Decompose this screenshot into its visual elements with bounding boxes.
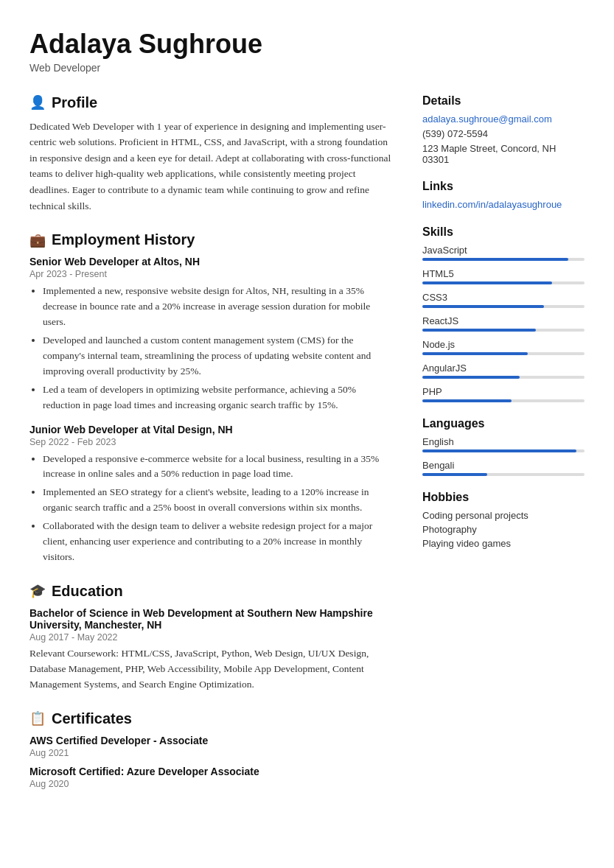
skill-css3: CSS3 <box>422 292 585 308</box>
skill-html5: HTML5 <box>422 268 585 284</box>
lang-bengali: Bengali <box>422 460 585 476</box>
edu-1-title: Bachelor of Science in Web Development a… <box>29 607 393 631</box>
lang-english: English <box>422 436 585 452</box>
education-section-title: 🎓 Education <box>29 583 393 600</box>
job-2: Junior Web Developer at Vital Design, NH… <box>29 424 393 565</box>
links-title: Links <box>422 180 585 193</box>
skill-reactjs: ReactJS <box>422 315 585 332</box>
skill-html5-bar-fill <box>422 281 552 284</box>
skill-nodejs-name: Node.js <box>422 339 585 350</box>
skill-php-name: PHP <box>422 386 585 397</box>
left-column: 👤 Profile Dedicated Web Developer with 1… <box>29 94 393 807</box>
edu-1-date: Aug 2017 - May 2022 <box>29 632 393 643</box>
candidate-name: Adalaya Sughroue <box>29 29 585 59</box>
employment-section-title: 💼 Employment History <box>29 231 393 248</box>
certificates-section: 📋 Certificates AWS Certified Developer -… <box>29 710 393 789</box>
job-1-title: Senior Web Developer at Altos, NH <box>29 256 393 267</box>
skill-nodejs: Node.js <box>422 339 585 355</box>
skill-javascript-name: JavaScript <box>422 245 585 256</box>
details-title: Details <box>422 94 585 108</box>
links-section: Links linkedin.com/in/adalayasughroue <box>422 180 585 211</box>
skill-nodejs-bar-fill <box>422 352 528 355</box>
skill-php-bar-fill <box>422 399 512 402</box>
skill-nodejs-bar-bg <box>422 352 585 355</box>
details-section: Details adalaya.sughroue@gmail.com (539)… <box>422 94 585 165</box>
cert-2-date: Aug 2020 <box>29 779 393 789</box>
hobbies-section: Hobbies Coding personal projects Photogr… <box>422 491 585 549</box>
job-1-bullets: Implemented a new, responsive website de… <box>29 284 393 413</box>
hobby-2: Photography <box>422 524 585 535</box>
profile-section-title: 👤 Profile <box>29 94 393 111</box>
job-2-title: Junior Web Developer at Vital Design, NH <box>29 424 393 435</box>
candidate-title: Web Developer <box>29 62 585 74</box>
linkedin-link[interactable]: linkedin.com/in/adalayasughroue <box>422 199 562 210</box>
skill-html5-name: HTML5 <box>422 268 585 279</box>
skill-html5-bar-bg <box>422 281 585 284</box>
skill-angularjs-bar-bg <box>422 376 585 379</box>
education-entry-1: Bachelor of Science in Web Development a… <box>29 607 393 693</box>
hobbies-title: Hobbies <box>422 491 585 504</box>
cert-2: Microsoft Certified: Azure Developer Ass… <box>29 766 393 789</box>
edu-1-text: Relevant Coursework: HTML/CSS, JavaScrip… <box>29 646 393 693</box>
certificates-section-title: 📋 Certificates <box>29 710 393 727</box>
lang-english-bar-bg <box>422 449 585 452</box>
skill-angularjs: AngularJS <box>422 363 585 379</box>
languages-title: Languages <box>422 417 585 430</box>
skills-title: Skills <box>422 225 585 239</box>
cert-2-title: Microsoft Certified: Azure Developer Ass… <box>29 766 393 777</box>
email-link[interactable]: adalaya.sughroue@gmail.com <box>422 113 585 125</box>
skill-php-bar-bg <box>422 399 585 402</box>
profile-section: 👤 Profile Dedicated Web Developer with 1… <box>29 94 393 214</box>
skill-css3-bar-fill <box>422 305 544 308</box>
job-1-date: Apr 2023 - Present <box>29 269 393 279</box>
header: Adalaya Sughroue Web Developer <box>29 29 585 74</box>
profile-icon: 👤 <box>29 94 46 111</box>
lang-bengali-bar-bg <box>422 473 585 476</box>
job-1-bullet-1: Implemented a new, responsive website de… <box>43 284 393 330</box>
employment-section: 💼 Employment History Senior Web Develope… <box>29 231 393 565</box>
cert-1: AWS Certified Developer - Associate Aug … <box>29 735 393 758</box>
skills-section: Skills JavaScript HTML5 CSS3 <box>422 225 585 402</box>
profile-text: Dedicated Web Developer with 1 year of e… <box>29 119 393 214</box>
cert-1-title: AWS Certified Developer - Associate <box>29 735 393 746</box>
skill-reactjs-bar-fill <box>422 329 536 332</box>
resume-page: Adalaya Sughroue Web Developer 👤 Profile… <box>0 0 614 836</box>
certificates-icon: 📋 <box>29 710 46 727</box>
lang-english-name: English <box>422 436 585 447</box>
skill-css3-name: CSS3 <box>422 292 585 303</box>
job-1-bullet-3: Led a team of developers in optimizing w… <box>43 382 393 413</box>
job-2-date: Sep 2022 - Feb 2023 <box>29 437 393 447</box>
right-column: Details adalaya.sughroue@gmail.com (539)… <box>422 94 585 807</box>
education-icon: 🎓 <box>29 583 46 599</box>
main-layout: 👤 Profile Dedicated Web Developer with 1… <box>29 94 585 807</box>
cert-1-date: Aug 2021 <box>29 748 393 758</box>
lang-bengali-name: Bengali <box>422 460 585 471</box>
skill-angularjs-bar-fill <box>422 376 520 379</box>
hobby-1: Coding personal projects <box>422 510 585 521</box>
job-2-bullet-3: Collaborated with the design team to del… <box>43 519 393 565</box>
job-2-bullets: Developed a responsive e-commerce websit… <box>29 452 393 565</box>
education-section: 🎓 Education Bachelor of Science in Web D… <box>29 583 393 693</box>
address-text: 123 Maple Street, Concord, NH 03301 <box>422 143 585 165</box>
skill-css3-bar-bg <box>422 305 585 308</box>
skill-javascript-bar-fill <box>422 258 568 261</box>
lang-bengali-bar-fill <box>422 473 487 476</box>
skill-angularjs-name: AngularJS <box>422 363 585 374</box>
job-2-bullet-1: Developed a responsive e-commerce websit… <box>43 452 393 483</box>
languages-section: Languages English Bengali <box>422 417 585 476</box>
employment-icon: 💼 <box>29 232 46 248</box>
skill-reactjs-name: ReactJS <box>422 315 585 326</box>
skill-javascript-bar-bg <box>422 258 585 261</box>
job-1: Senior Web Developer at Altos, NH Apr 20… <box>29 256 393 413</box>
skill-reactjs-bar-bg <box>422 329 585 332</box>
lang-english-bar-fill <box>422 449 576 452</box>
job-1-bullet-2: Developed and launched a custom content … <box>43 333 393 379</box>
phone-text: (539) 072-5594 <box>422 128 585 139</box>
skill-php: PHP <box>422 386 585 402</box>
skill-javascript: JavaScript <box>422 245 585 261</box>
job-2-bullet-2: Implemented an SEO strategy for a client… <box>43 485 393 516</box>
hobby-3: Playing video games <box>422 538 585 549</box>
